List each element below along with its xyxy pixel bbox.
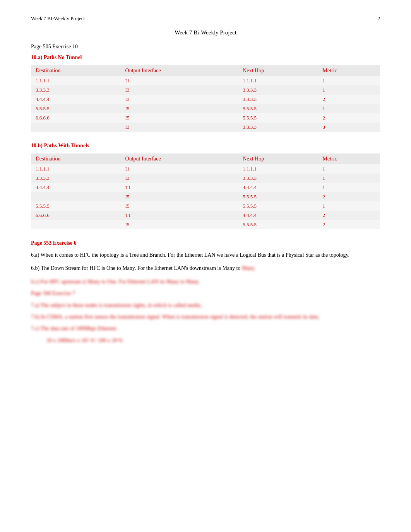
col-next-hop: Next Hop <box>238 153 318 164</box>
table-cell: I3 <box>121 174 238 183</box>
table-header-row: Destination Output Interface Next Hop Me… <box>31 153 380 164</box>
header-title: Week 7 BI-Weekly Project <box>31 15 85 22</box>
table-cell: 2 <box>318 192 380 201</box>
table-cell: 5.5.5.5 <box>238 201 318 211</box>
blurred-word: Many. <box>242 265 255 271</box>
table-row: I55.5.5.52 <box>31 220 380 229</box>
table-cell: 2 <box>318 95 380 104</box>
table-cell: 1 <box>318 183 380 192</box>
blurred-line: 7.b) In CSMA, a station first senses the… <box>31 313 380 321</box>
table-cell: 1 <box>318 164 380 174</box>
table-row: 1.1.1.1I11.1.1.11 <box>31 164 380 174</box>
table-cell: 3.3.3.3 <box>31 174 121 183</box>
table-cell: I3 <box>121 123 238 132</box>
table-cell <box>31 123 121 132</box>
table-cell: 1 <box>318 174 380 183</box>
table-cell: I1 <box>121 76 238 85</box>
col-destination: Destination <box>31 153 121 164</box>
table-cell: 3.3.3.3 <box>31 85 121 95</box>
blurred-section: 6.c) For HFC upstream is Many to One. Fo… <box>31 278 380 345</box>
table-cell: 3.3.3.3 <box>238 123 318 132</box>
table-cell: 1.1.1.1 <box>238 164 318 174</box>
table-cell: I3 <box>121 95 238 104</box>
table-cell: 6.6.6.6 <box>31 113 121 123</box>
col-output-interface: Output Interface <box>121 153 238 164</box>
section-10a-title: 10.a) Paths No Tunnel <box>31 55 380 61</box>
table-row: 3.3.3.3I33.3.3.31 <box>31 174 380 183</box>
table-cell: 2 <box>318 211 380 220</box>
table-cell: T1 <box>121 211 238 220</box>
table-cell: 1.1.1.1 <box>31 76 121 85</box>
table-cell: 1 <box>318 201 380 211</box>
section-10a: 10.a) Paths No Tunnel Destination Output… <box>31 55 380 132</box>
table-cell: I1 <box>121 164 238 174</box>
table-header-row: Destination Output Interface Next Hop Me… <box>31 65 380 76</box>
table-cell: 1.1.1.1 <box>31 164 121 174</box>
table-cell: 1.1.1.1 <box>238 76 318 85</box>
table-cell: I5 <box>121 220 238 229</box>
para-6a: 6.a) When it comes to HFC the topology i… <box>31 251 380 259</box>
table-cell: 5.5.5.5 <box>31 104 121 113</box>
table-cell: I5 <box>121 113 238 123</box>
table-cell: 4.4.4.4 <box>238 211 318 220</box>
table-cell: 4.4.4.4 <box>238 183 318 192</box>
table-cell: I5 <box>121 104 238 113</box>
blurred-line: Page 560 Exercise 7 <box>31 289 380 298</box>
table-cell: I3 <box>121 85 238 95</box>
section-10b: 10.b) Paths With Tunnels Destination Out… <box>31 143 380 229</box>
doc-title: Week 7 Bi-Weekly Project <box>31 29 380 36</box>
table-10a: Destination Output Interface Next Hop Me… <box>31 65 380 132</box>
blurred-line: 7.a) The subject in these nodes is trans… <box>31 301 380 310</box>
table-row: 5.5.5.5I55.5.5.51 <box>31 201 380 211</box>
table-row: 3.3.3.3I33.3.3.31 <box>31 85 380 95</box>
table-cell: 5.5.5.5 <box>238 104 318 113</box>
table-cell: 4.4.4.4 <box>31 95 121 104</box>
page-number: 2 <box>378 15 380 22</box>
col-next-hop: Next Hop <box>238 65 318 76</box>
table-cell <box>31 220 121 229</box>
page-header: Week 7 BI-Weekly Project 2 <box>31 15 380 22</box>
table-cell: 3.3.3.3 <box>238 85 318 95</box>
page505-label: Page 505 Exercise 10 <box>31 44 380 50</box>
blurred-line: 6.c) For HFC upstream is Many to One. Fo… <box>31 278 380 286</box>
table-row: 6.6.6.6T14.4.4.42 <box>31 211 380 220</box>
blurred-line: 10 x 1000m/s x 10^-9 / 100 x 10^6 <box>31 336 380 345</box>
table-cell: 2 <box>318 113 380 123</box>
page553-label: Page 553 Exercise 6 <box>31 240 380 246</box>
table-cell: 2 <box>318 220 380 229</box>
col-destination: Destination <box>31 65 121 76</box>
table-cell: 4.4.4.4 <box>31 183 121 192</box>
table-row: 4.4.4.4I33.3.3.32 <box>31 95 380 104</box>
table-cell: 5.5.5.5 <box>238 220 318 229</box>
table-cell: 1 <box>318 76 380 85</box>
table-row: 6.6.6.6I55.5.5.52 <box>31 113 380 123</box>
table-row: 1.1.1.1I11.1.1.11 <box>31 76 380 85</box>
blurred-line: 7.c) The data rate of 100Mbps Ethernet. <box>31 324 380 333</box>
table-cell: I5 <box>121 192 238 201</box>
table-cell: T1 <box>121 183 238 192</box>
col-metric: Metric <box>318 153 380 164</box>
table-10b: Destination Output Interface Next Hop Me… <box>31 153 380 229</box>
table-cell: 6.6.6.6 <box>31 211 121 220</box>
table-cell: I5 <box>121 201 238 211</box>
table-cell: 3 <box>318 123 380 132</box>
table-cell: 5.5.5.5 <box>238 113 318 123</box>
col-output-interface: Output Interface <box>121 65 238 76</box>
table-cell: 1 <box>318 85 380 95</box>
table-cell: 5.5.5.5 <box>31 201 121 211</box>
section-10b-title: 10.b) Paths With Tunnels <box>31 143 380 149</box>
table-row: I33.3.3.33 <box>31 123 380 132</box>
col-metric: Metric <box>318 65 380 76</box>
para-6b-partial: 6.b) The Down Stream for HFC is One to M… <box>31 264 380 273</box>
table-cell <box>31 192 121 201</box>
table-cell: 1 <box>318 104 380 113</box>
table-row: 4.4.4.4T14.4.4.41 <box>31 183 380 192</box>
table-cell: 5.5.5.5 <box>238 192 318 201</box>
table-row: I55.5.5.52 <box>31 192 380 201</box>
table-cell: 3.3.3.3 <box>238 174 318 183</box>
table-row: 5.5.5.5I55.5.5.51 <box>31 104 380 113</box>
table-cell: 3.3.3.3 <box>238 95 318 104</box>
